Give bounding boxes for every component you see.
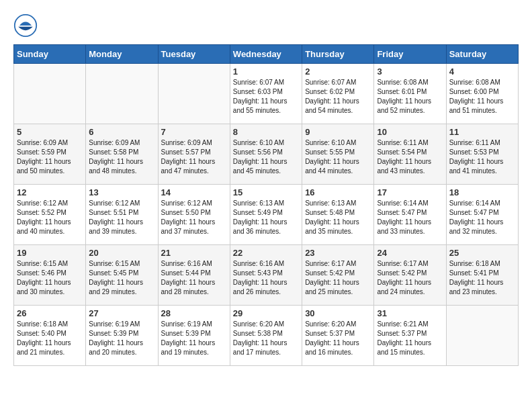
weekday-header-tuesday: Tuesday [158,45,230,64]
day-number: 6 [89,127,154,137]
day-number: 9 [305,127,371,137]
day-info: Sunrise: 6:18 AM Sunset: 5:40 PM Dayligh… [17,320,83,357]
day-number: 27 [89,308,154,318]
calendar-cell: 5Sunrise: 6:09 AM Sunset: 5:59 PM Daylig… [14,124,86,185]
calendar-week-1: 5Sunrise: 6:09 AM Sunset: 5:59 PM Daylig… [14,124,519,185]
day-number: 18 [449,187,515,197]
day-number: 13 [89,187,154,197]
day-info: Sunrise: 6:08 AM Sunset: 6:00 PM Dayligh… [449,78,515,116]
day-number: 12 [17,187,83,197]
calendar-cell [158,64,230,124]
calendar-cell: 25Sunrise: 6:18 AM Sunset: 5:41 PM Dayli… [446,245,518,306]
day-info: Sunrise: 6:17 AM Sunset: 5:42 PM Dayligh… [305,259,371,297]
calendar-cell: 9Sunrise: 6:10 AM Sunset: 5:55 PM Daylig… [302,124,374,185]
day-info: Sunrise: 6:20 AM Sunset: 5:38 PM Dayligh… [233,320,299,357]
day-info: Sunrise: 6:12 AM Sunset: 5:52 PM Dayligh… [17,199,83,236]
day-number: 1 [233,66,299,77]
logo [13,13,42,38]
day-number: 2 [305,66,371,77]
day-number: 31 [377,308,443,318]
weekday-header-monday: Monday [86,45,158,64]
day-number: 14 [161,187,227,197]
day-number: 16 [305,187,371,197]
day-info: Sunrise: 6:16 AM Sunset: 5:44 PM Dayligh… [161,259,227,297]
calendar-cell: 14Sunrise: 6:12 AM Sunset: 5:50 PM Dayli… [158,185,230,245]
day-number: 4 [449,66,515,77]
calendar-cell: 4Sunrise: 6:08 AM Sunset: 6:00 PM Daylig… [446,64,518,124]
calendar-cell: 27Sunrise: 6:19 AM Sunset: 5:39 PM Dayli… [86,306,158,366]
day-number: 10 [377,127,443,137]
calendar-cell: 11Sunrise: 6:11 AM Sunset: 5:53 PM Dayli… [446,124,518,185]
day-info: Sunrise: 6:19 AM Sunset: 5:39 PM Dayligh… [161,320,227,357]
day-info: Sunrise: 6:20 AM Sunset: 5:37 PM Dayligh… [305,320,371,357]
calendar-cell: 20Sunrise: 6:15 AM Sunset: 5:45 PM Dayli… [86,245,158,306]
calendar-week-3: 19Sunrise: 6:15 AM Sunset: 5:46 PM Dayli… [14,245,519,306]
day-info: Sunrise: 6:17 AM Sunset: 5:42 PM Dayligh… [377,259,443,297]
calendar-cell: 1Sunrise: 6:07 AM Sunset: 6:03 PM Daylig… [230,64,302,124]
day-info: Sunrise: 6:21 AM Sunset: 5:37 PM Dayligh… [377,320,443,357]
day-info: Sunrise: 6:08 AM Sunset: 6:01 PM Dayligh… [377,78,443,116]
calendar-cell: 31Sunrise: 6:21 AM Sunset: 5:37 PM Dayli… [374,306,446,366]
day-number: 25 [449,248,515,258]
day-info: Sunrise: 6:09 AM Sunset: 5:57 PM Dayligh… [161,138,227,176]
calendar-cell: 24Sunrise: 6:17 AM Sunset: 5:42 PM Dayli… [374,245,446,306]
day-info: Sunrise: 6:10 AM Sunset: 5:56 PM Dayligh… [233,138,299,176]
calendar-cell: 6Sunrise: 6:09 AM Sunset: 5:58 PM Daylig… [86,124,158,185]
day-number: 22 [233,248,299,258]
calendar-cell: 22Sunrise: 6:16 AM Sunset: 5:43 PM Dayli… [230,245,302,306]
day-number: 29 [233,308,299,318]
calendar-table: SundayMondayTuesdayWednesdayThursdayFrid… [13,44,519,366]
calendar-cell: 3Sunrise: 6:08 AM Sunset: 6:01 PM Daylig… [374,64,446,124]
day-number: 20 [89,248,154,258]
calendar-cell: 28Sunrise: 6:19 AM Sunset: 5:39 PM Dayli… [158,306,230,366]
day-info: Sunrise: 6:12 AM Sunset: 5:50 PM Dayligh… [161,199,227,236]
day-number: 15 [233,187,299,197]
calendar-cell: 29Sunrise: 6:20 AM Sunset: 5:38 PM Dayli… [230,306,302,366]
calendar-cell: 17Sunrise: 6:14 AM Sunset: 5:47 PM Dayli… [374,185,446,245]
calendar-week-2: 12Sunrise: 6:12 AM Sunset: 5:52 PM Dayli… [14,185,519,245]
calendar-cell: 30Sunrise: 6:20 AM Sunset: 5:37 PM Dayli… [302,306,374,366]
day-number: 17 [377,187,443,197]
day-info: Sunrise: 6:10 AM Sunset: 5:55 PM Dayligh… [305,138,371,176]
calendar-cell [14,64,86,124]
day-number: 11 [449,127,515,137]
calendar-cell: 21Sunrise: 6:16 AM Sunset: 5:44 PM Dayli… [158,245,230,306]
day-number: 23 [305,248,371,258]
logo-icon [13,13,38,38]
day-info: Sunrise: 6:14 AM Sunset: 5:47 PM Dayligh… [449,199,515,236]
day-info: Sunrise: 6:09 AM Sunset: 5:58 PM Dayligh… [89,138,154,176]
day-info: Sunrise: 6:16 AM Sunset: 5:43 PM Dayligh… [233,259,299,297]
weekday-header-friday: Friday [374,45,446,64]
day-number: 19 [17,248,83,258]
weekday-row: SundayMondayTuesdayWednesdayThursdayFrid… [14,45,519,64]
day-number: 7 [161,127,227,137]
weekday-header-saturday: Saturday [446,45,518,64]
day-info: Sunrise: 6:07 AM Sunset: 6:02 PM Dayligh… [305,78,371,116]
calendar-cell: 23Sunrise: 6:17 AM Sunset: 5:42 PM Dayli… [302,245,374,306]
day-number: 24 [377,248,443,258]
calendar-week-4: 26Sunrise: 6:18 AM Sunset: 5:40 PM Dayli… [14,306,519,366]
calendar-cell [446,306,518,366]
day-info: Sunrise: 6:11 AM Sunset: 5:53 PM Dayligh… [449,138,515,176]
day-number: 28 [161,308,227,318]
day-info: Sunrise: 6:13 AM Sunset: 5:49 PM Dayligh… [233,199,299,236]
day-number: 30 [305,308,371,318]
day-info: Sunrise: 6:07 AM Sunset: 6:03 PM Dayligh… [233,78,299,116]
day-info: Sunrise: 6:12 AM Sunset: 5:51 PM Dayligh… [89,199,154,236]
calendar-week-0: 1Sunrise: 6:07 AM Sunset: 6:03 PM Daylig… [14,64,519,124]
day-info: Sunrise: 6:15 AM Sunset: 5:46 PM Dayligh… [17,259,83,297]
calendar-cell [86,64,158,124]
calendar-cell: 15Sunrise: 6:13 AM Sunset: 5:49 PM Dayli… [230,185,302,245]
day-info: Sunrise: 6:14 AM Sunset: 5:47 PM Dayligh… [377,199,443,236]
calendar-cell: 7Sunrise: 6:09 AM Sunset: 5:57 PM Daylig… [158,124,230,185]
day-info: Sunrise: 6:09 AM Sunset: 5:59 PM Dayligh… [17,138,83,176]
day-info: Sunrise: 6:18 AM Sunset: 5:41 PM Dayligh… [449,259,515,297]
day-info: Sunrise: 6:13 AM Sunset: 5:48 PM Dayligh… [305,199,371,236]
day-info: Sunrise: 6:19 AM Sunset: 5:39 PM Dayligh… [89,320,154,357]
calendar-cell: 26Sunrise: 6:18 AM Sunset: 5:40 PM Dayli… [14,306,86,366]
day-number: 21 [161,248,227,258]
day-number: 8 [233,127,299,137]
calendar-body: 1Sunrise: 6:07 AM Sunset: 6:03 PM Daylig… [14,64,519,366]
weekday-header-sunday: Sunday [14,45,86,64]
weekday-header-thursday: Thursday [302,45,374,64]
